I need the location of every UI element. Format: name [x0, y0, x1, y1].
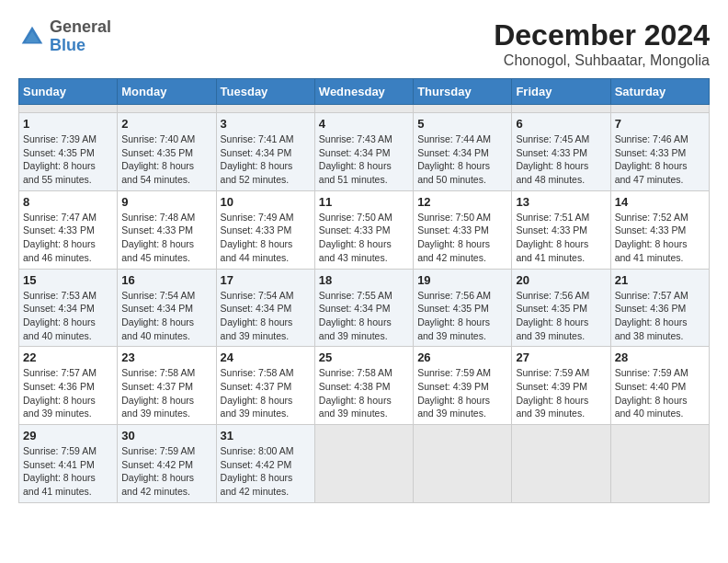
calendar-cell: 15Sunrise: 7:53 AMSunset: 4:34 PMDayligh… [19, 269, 118, 347]
calendar-cell: 11Sunrise: 7:50 AMSunset: 4:33 PMDayligh… [314, 190, 413, 269]
calendar-cell: 16Sunrise: 7:54 AMSunset: 4:34 PMDayligh… [118, 269, 216, 347]
calendar-cell: 25Sunrise: 7:58 AMSunset: 4:38 PMDayligh… [314, 347, 413, 425]
day-number: 9 [121, 195, 211, 209]
calendar-cell: 13Sunrise: 7:51 AMSunset: 4:33 PMDayligh… [512, 190, 610, 269]
day-info: Sunrise: 7:56 AMSunset: 4:35 PMDaylight:… [516, 289, 606, 343]
calendar-cell: 12Sunrise: 7:50 AMSunset: 4:33 PMDayligh… [414, 190, 512, 269]
day-info: Sunrise: 7:57 AMSunset: 4:36 PMDaylight:… [23, 366, 113, 420]
day-number: 25 [319, 350, 409, 364]
day-info: Sunrise: 8:00 AMSunset: 4:42 PMDaylight:… [221, 444, 311, 499]
day-info: Sunrise: 7:43 AMSunset: 4:34 PMDaylight:… [319, 132, 409, 187]
day-number: 20 [516, 273, 606, 287]
day-info: Sunrise: 7:58 AMSunset: 4:37 PMDaylight:… [221, 366, 311, 420]
title-block: December 2024 Chonogol, Suhbaatar, Mongo… [494, 18, 710, 69]
day-info: Sunrise: 7:41 AMSunset: 4:34 PMDaylight:… [221, 132, 311, 187]
calendar-cell [414, 105, 512, 113]
calendar-week-5: 29Sunrise: 7:59 AMSunset: 4:41 PMDayligh… [19, 425, 710, 503]
calendar-cell [216, 105, 314, 113]
day-number: 12 [417, 195, 507, 209]
calendar-cell: 8Sunrise: 7:47 AMSunset: 4:33 PMDaylight… [19, 190, 118, 269]
calendar-body: 1Sunrise: 7:39 AMSunset: 4:35 PMDaylight… [19, 105, 710, 503]
day-number: 4 [319, 117, 409, 131]
day-info: Sunrise: 7:49 AMSunset: 4:33 PMDaylight:… [221, 211, 311, 265]
day-number: 11 [319, 195, 409, 209]
calendar-cell: 9Sunrise: 7:48 AMSunset: 4:33 PMDaylight… [118, 190, 216, 269]
day-number: 31 [221, 429, 311, 442]
day-info: Sunrise: 7:59 AMSunset: 4:39 PMDaylight:… [516, 366, 606, 420]
calendar-cell: 19Sunrise: 7:56 AMSunset: 4:35 PMDayligh… [414, 269, 512, 347]
day-number: 24 [221, 350, 311, 364]
calendar-cell: 24Sunrise: 7:58 AMSunset: 4:37 PMDayligh… [216, 347, 314, 425]
day-info: Sunrise: 7:47 AMSunset: 4:33 PMDaylight:… [23, 211, 113, 265]
day-number: 14 [615, 195, 705, 209]
day-info: Sunrise: 7:55 AMSunset: 4:34 PMDaylight:… [319, 289, 409, 343]
calendar-cell: 27Sunrise: 7:59 AMSunset: 4:39 PMDayligh… [512, 347, 610, 425]
calendar-cell [414, 425, 512, 503]
logo-line1: General [50, 18, 111, 37]
day-info: Sunrise: 7:58 AMSunset: 4:37 PMDaylight:… [121, 366, 211, 420]
calendar-cell: 22Sunrise: 7:57 AMSunset: 4:36 PMDayligh… [19, 347, 118, 425]
calendar-table: SundayMondayTuesdayWednesdayThursdayFrid… [18, 78, 710, 503]
day-number: 5 [417, 117, 507, 131]
day-number: 13 [516, 195, 606, 209]
calendar-cell: 31Sunrise: 8:00 AMSunset: 4:42 PMDayligh… [216, 425, 314, 503]
day-info: Sunrise: 7:44 AMSunset: 4:34 PMDaylight:… [417, 132, 507, 187]
day-info: Sunrise: 7:53 AMSunset: 4:34 PMDaylight:… [23, 289, 113, 343]
calendar-cell [610, 425, 709, 503]
days-of-week-row: SundayMondayTuesdayWednesdayThursdayFrid… [19, 79, 710, 105]
day-info: Sunrise: 7:59 AMSunset: 4:39 PMDaylight:… [417, 366, 507, 420]
calendar-cell [314, 105, 413, 113]
day-info: Sunrise: 7:48 AMSunset: 4:33 PMDaylight:… [121, 211, 211, 265]
day-number: 21 [615, 273, 705, 287]
calendar-cell: 23Sunrise: 7:58 AMSunset: 4:37 PMDayligh… [118, 347, 216, 425]
day-number: 2 [121, 117, 211, 131]
calendar-subtitle: Chonogol, Suhbaatar, Mongolia [494, 52, 710, 69]
day-number: 17 [221, 273, 311, 287]
day-number: 18 [319, 273, 409, 287]
calendar-week-4: 22Sunrise: 7:57 AMSunset: 4:36 PMDayligh… [19, 347, 710, 425]
day-number: 30 [121, 429, 211, 442]
day-info: Sunrise: 7:59 AMSunset: 4:42 PMDaylight:… [121, 444, 211, 499]
calendar-cell: 1Sunrise: 7:39 AMSunset: 4:35 PMDaylight… [19, 113, 118, 191]
calendar-cell: 29Sunrise: 7:59 AMSunset: 4:41 PMDayligh… [19, 425, 118, 503]
day-number: 15 [23, 273, 113, 287]
calendar-header: SundayMondayTuesdayWednesdayThursdayFrid… [19, 79, 710, 105]
day-info: Sunrise: 7:50 AMSunset: 4:33 PMDaylight:… [417, 211, 507, 265]
day-info: Sunrise: 7:54 AMSunset: 4:34 PMDaylight:… [221, 289, 311, 343]
day-number: 7 [615, 117, 705, 131]
day-info: Sunrise: 7:50 AMSunset: 4:33 PMDaylight:… [319, 211, 409, 265]
calendar-cell: 2Sunrise: 7:40 AMSunset: 4:35 PMDaylight… [118, 113, 216, 191]
day-info: Sunrise: 7:59 AMSunset: 4:41 PMDaylight:… [23, 444, 113, 499]
day-info: Sunrise: 7:45 AMSunset: 4:33 PMDaylight:… [516, 132, 606, 187]
calendar-cell: 10Sunrise: 7:49 AMSunset: 4:33 PMDayligh… [216, 190, 314, 269]
calendar-cell: 3Sunrise: 7:41 AMSunset: 4:34 PMDaylight… [216, 113, 314, 191]
calendar-cell [610, 105, 709, 113]
day-number: 16 [121, 273, 211, 287]
day-number: 3 [221, 117, 311, 131]
calendar-cell: 28Sunrise: 7:59 AMSunset: 4:40 PMDayligh… [610, 347, 709, 425]
day-of-week-tuesday: Tuesday [216, 79, 314, 105]
day-info: Sunrise: 7:57 AMSunset: 4:36 PMDaylight:… [615, 289, 705, 343]
day-info: Sunrise: 7:52 AMSunset: 4:33 PMDaylight:… [615, 211, 705, 265]
day-info: Sunrise: 7:39 AMSunset: 4:35 PMDaylight:… [23, 132, 113, 187]
day-info: Sunrise: 7:46 AMSunset: 4:33 PMDaylight:… [615, 132, 705, 187]
day-of-week-thursday: Thursday [414, 79, 512, 105]
calendar-cell: 18Sunrise: 7:55 AMSunset: 4:34 PMDayligh… [314, 269, 413, 347]
calendar-cell: 17Sunrise: 7:54 AMSunset: 4:34 PMDayligh… [216, 269, 314, 347]
calendar-cell: 5Sunrise: 7:44 AMSunset: 4:34 PMDaylight… [414, 113, 512, 191]
day-info: Sunrise: 7:58 AMSunset: 4:38 PMDaylight:… [319, 366, 409, 420]
calendar-cell [314, 425, 413, 503]
day-number: 8 [23, 195, 113, 209]
calendar-cell: 7Sunrise: 7:46 AMSunset: 4:33 PMDaylight… [610, 113, 709, 191]
day-number: 10 [221, 195, 311, 209]
day-number: 22 [23, 350, 113, 364]
logo-text: General Blue [50, 18, 111, 55]
day-info: Sunrise: 7:59 AMSunset: 4:40 PMDaylight:… [615, 366, 705, 420]
day-number: 29 [23, 429, 113, 442]
calendar-cell: 26Sunrise: 7:59 AMSunset: 4:39 PMDayligh… [414, 347, 512, 425]
calendar-week-0 [19, 105, 710, 113]
calendar-title: December 2024 [494, 18, 710, 52]
calendar-cell [118, 105, 216, 113]
day-number: 23 [121, 350, 211, 364]
calendar-cell: 14Sunrise: 7:52 AMSunset: 4:33 PMDayligh… [610, 190, 709, 269]
